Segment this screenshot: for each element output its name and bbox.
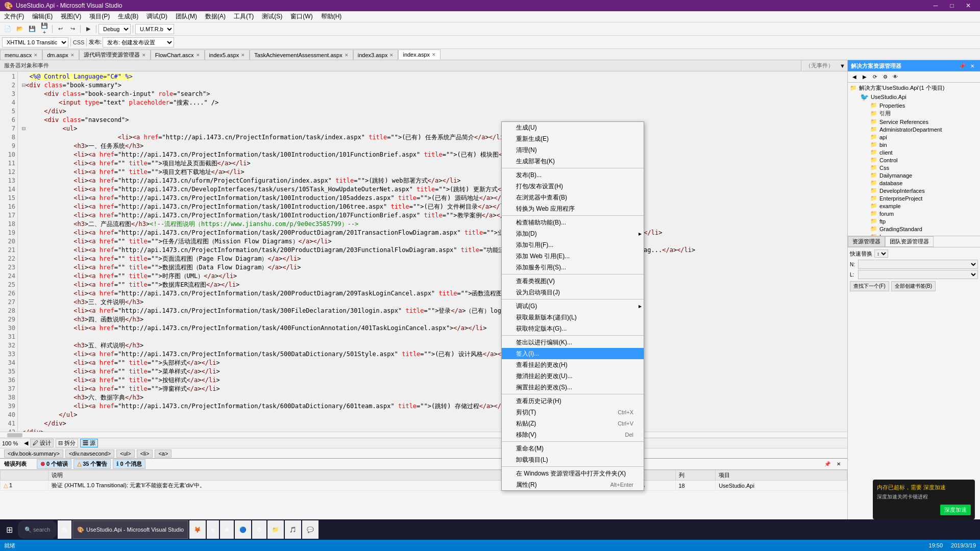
context-menu-item-21[interactable]: 撤消挂起的更改(U)... [502,370,644,382]
start-button[interactable]: ⊞ [2,520,17,539]
bookmark-all-button[interactable]: 全部创建书签(B) [891,281,936,291]
find-next-button[interactable]: 查找下一个(F) [850,281,889,291]
context-menu-item-4[interactable]: 发布(B)... [502,169,644,181]
context-menu-item-6[interactable]: 在浏览器中查看(B) [502,192,644,203]
team-explorer-tab[interactable]: 团队资源管理器 [885,236,934,247]
context-menu-item-27[interactable]: 重命名(M) [502,443,644,454]
chrome-button[interactable]: 🔵 [235,520,251,539]
menu-item-项目[interactable]: 项目(P) [85,11,114,22]
menu-item-文件[interactable]: 文件(F) [0,11,28,22]
breadcrumb-item[interactable]: <ul> [116,449,134,458]
breadcrumb-item[interactable]: <a> [155,449,172,458]
tab-close-icon[interactable]: ✕ [70,53,75,58]
platform-dropdown[interactable]: U.MT.R.b [135,24,174,34]
error-filter-warnings[interactable]: △ 35 个警告 [74,459,111,469]
menu-item-编辑[interactable]: 编辑(E) [28,11,57,22]
open-button[interactable]: 📂 [14,24,26,34]
tab-menu-ascx[interactable]: menu.ascx✕ [0,49,42,60]
tree-item-bin[interactable]: 📁 bin [849,141,979,148]
minimize-button[interactable]: ─ [928,0,943,11]
context-menu-item-11[interactable]: 添加 Web 引用(E)... [502,251,644,262]
find-input-dropdown[interactable] [858,260,978,269]
app-button-2[interactable]: 📁 [267,520,284,539]
tab-index3-aspx[interactable]: index3.aspx✕ [353,49,399,60]
context-menu-item-17[interactable]: 获取特定版本(G)... [502,323,644,334]
tree-item-enterpriseproject[interactable]: 📁 EnterpriseProject [849,194,979,202]
ie-button[interactable]: e [207,520,219,539]
menu-item-工具[interactable]: 工具(T) [230,11,258,22]
context-menu-item-18[interactable]: 签出以进行编辑(K)... [502,337,644,348]
project-root[interactable]: 🐦 UseStudio.Api [849,92,979,102]
tree-item-client[interactable]: 📁 client [849,148,979,156]
tree-item-forum[interactable]: 📁 forum [849,210,979,217]
error-close-button[interactable]: ✕ [834,460,843,469]
context-menu-item-9[interactable]: 添加(D) ▶ [502,228,644,239]
tree-item-api[interactable]: 📁 api [849,133,979,141]
tree-item-properties[interactable]: 📁 Properties [849,102,979,109]
context-menu-item-1[interactable]: 重新生成(E) [502,133,644,144]
search-taskbar-button[interactable]: 🔍 search [18,520,57,539]
menu-item-视图[interactable]: 视图(V) [57,11,85,22]
context-menu-item-25[interactable]: 粘贴(Z) Ctrl+V [502,418,644,429]
context-menu-item-7[interactable]: 转换为 Web 应用程序 [502,203,644,214]
tree-item-dailymanage[interactable]: 📁 Dailymanage [849,171,979,179]
context-menu-item-16[interactable]: 获取最新版本(递归)(L) [502,312,644,323]
redo-button[interactable]: ↪ [67,24,78,34]
tab-源代码管理资源管理器[interactable]: 源代码管理资源管理器✕ [79,49,151,60]
view-source-btn[interactable]: ☰ 源 [80,439,98,447]
solution-tree[interactable]: 📁 解决方案'UseStudio.Api'(1 个项目) 🐦 UseStudio… [848,83,980,236]
doctype-dropdown[interactable]: XHTML 1.0 Transitic [2,37,68,47]
context-menu-item-13[interactable]: 查看类视图(V) [502,276,644,287]
se-properties-button[interactable]: ⚙ [880,72,890,82]
view-design-btn[interactable]: 🖊 设计 [30,439,54,447]
context-menu-item-14[interactable]: 设为启动项目(J) [502,287,644,298]
app-button-3[interactable]: 🎵 [285,520,301,539]
tree-item-developinterfaces[interactable]: 📁 DevelopInterfaces [849,187,979,194]
solution-root[interactable]: 📁 解决方案'UseStudio.Api'(1 个项目) [849,84,979,92]
context-menu-item-26[interactable]: 移除(V) Del [502,429,644,440]
menu-item-生成[interactable]: 生成(B) [114,11,142,22]
se-pin-button[interactable]: 📌 [958,61,967,70]
view-split-btn[interactable]: ⊟ 拆分 [56,439,78,447]
menu-item-数据[interactable]: 数据(A) [201,11,230,22]
app-button-1[interactable]: ⚙ [252,520,266,539]
menu-item-测试[interactable]: 测试(S) [258,11,286,22]
tree-item-administratordepartment[interactable]: 📁 AdministratorDepartment [849,126,979,133]
start-debug-button[interactable]: ▶ [83,24,94,34]
code-expand-btn[interactable]: ▼ [838,63,847,69]
se-back-button[interactable]: ◀ [850,72,859,82]
context-menu-item-28[interactable]: 卸载项目(L) [502,454,644,465]
tree-item-css[interactable]: 📁 Css [849,164,979,171]
context-menu-item-3[interactable]: 生成部署包(K) [502,156,644,167]
error-row[interactable]: △ 1 验证 (XHTML 1.0 Transitional): 元素'li'不… [1,481,847,491]
se-preview-button[interactable]: 👁 [891,72,900,82]
css-button[interactable]: CSS [73,37,84,47]
undo-button[interactable]: ↩ [55,24,66,34]
tab-close-icon[interactable]: ✕ [345,53,349,58]
tab-index5-aspx[interactable]: index5.aspx✕ [205,49,250,60]
se-sync-button[interactable]: ⟳ [870,72,879,82]
error-pin-button[interactable]: 📌 [823,460,832,469]
error-filter-messages[interactable]: ℹ 0 个消息 [113,459,145,469]
context-menu-item-10[interactable]: 添加引用(F)... [502,239,644,251]
close-button[interactable]: ✕ [961,0,976,11]
tab-FlowChart-ascx[interactable]: FlowChart.ascx✕ [151,49,205,60]
tree-item-database[interactable]: 📁 database [849,179,979,187]
tab-close-icon[interactable]: ✕ [389,53,394,58]
save-all-button[interactable]: 💾+ [39,24,50,34]
tree-item-service references[interactable]: 📁 Service References [849,118,979,126]
menu-item-帮助[interactable]: 帮助(H) [317,11,346,22]
tree-item-example[interactable]: 📁 example [849,202,979,210]
tab-TaskAchievementAssessment-aspx[interactable]: TaskAchievementAssessment.aspx✕ [250,49,353,60]
breadcrumb-item[interactable]: <div.book-summary> [4,449,63,458]
vs-taskbar-button[interactable]: 🎨 UseStudio.Api - Microsoft Visual Studi… [72,520,188,539]
task-view-button[interactable]: ⊟ [58,520,71,539]
edge-button[interactable]: ⊕ [220,520,234,539]
h-scrollbar[interactable] [0,432,847,438]
code-content[interactable]: <%@ Control Language="C#" %>⊟<div class=… [18,71,847,432]
firefox-button[interactable]: 🦊 [189,520,206,539]
tab-close-icon[interactable]: ✕ [241,53,245,58]
promo-button[interactable]: 深度加速 [940,505,971,515]
menu-item-团队[interactable]: 团队(M) [172,11,201,22]
tree-item-control[interactable]: 📁 Control [849,156,979,164]
